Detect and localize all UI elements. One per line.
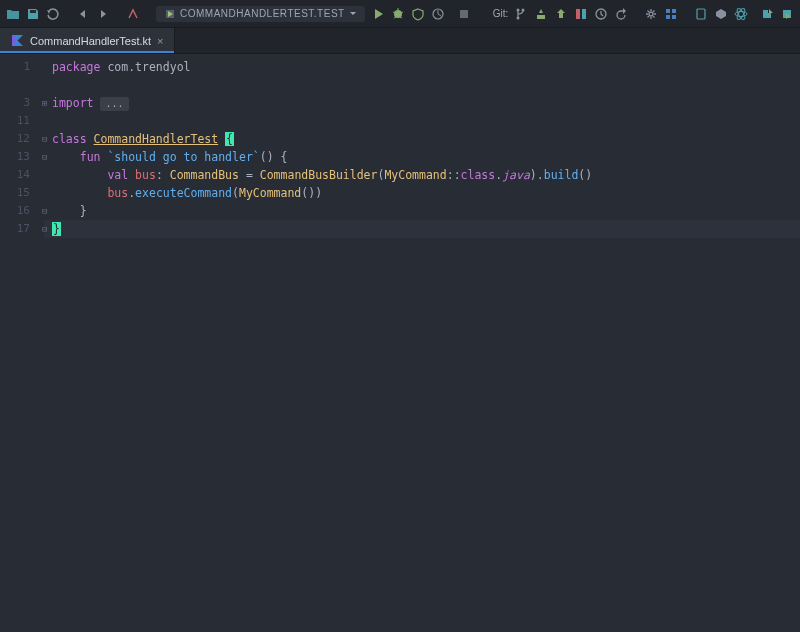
coverage-icon[interactable] <box>411 6 425 22</box>
line-number: 12 <box>0 130 44 148</box>
line-number: 11 <box>0 112 44 130</box>
line-number: 1 <box>0 58 44 76</box>
svg-rect-0 <box>30 10 36 13</box>
code-line: ⊞import ... <box>44 94 800 112</box>
git-label: Git: <box>493 8 509 19</box>
svg-rect-11 <box>666 9 670 13</box>
kotlin-file-icon <box>10 34 24 48</box>
tab-label: CommandHandlerTest.kt <box>30 35 151 47</box>
chevron-down-icon <box>349 10 357 18</box>
code-area[interactable]: package com.trendyol ⊞import ... ⊟class … <box>44 54 800 632</box>
git-commit-icon[interactable] <box>534 6 548 22</box>
line-number: 15 <box>0 184 44 202</box>
code-line-current: ⊟} <box>44 220 800 238</box>
undo-icon[interactable] <box>76 6 90 22</box>
line-number: 14 <box>0 166 44 184</box>
svg-point-10 <box>649 12 653 16</box>
svg-point-5 <box>517 16 520 19</box>
svg-rect-15 <box>697 9 705 19</box>
code-line: ⊟ } <box>44 202 800 220</box>
svg-rect-12 <box>672 9 676 13</box>
svg-rect-7 <box>576 9 580 19</box>
export-icon[interactable] <box>760 6 774 22</box>
open-icon[interactable] <box>6 6 20 22</box>
code-editor[interactable]: 1 3 11 12 13 14 15 16 17 package com.tre… <box>0 54 800 632</box>
svg-rect-8 <box>582 9 586 19</box>
settings-icon[interactable] <box>644 6 658 22</box>
code-line: ⊟ fun `should go to handler`() { <box>44 148 800 166</box>
svg-point-16 <box>735 11 747 16</box>
code-line: ⊟class CommandHandlerTest { <box>44 130 800 148</box>
fold-end-icon[interactable]: ⊟ <box>42 207 50 215</box>
profile-icon[interactable] <box>431 6 445 22</box>
git-diff-icon[interactable] <box>574 6 588 22</box>
code-line <box>44 76 800 94</box>
line-gutter: 1 3 11 12 13 14 15 16 17 <box>0 54 44 632</box>
main-toolbar: COMMANDHANDLERTEST.TEST Git: <box>0 0 800 28</box>
svg-rect-3 <box>460 10 468 18</box>
svg-rect-14 <box>672 15 676 19</box>
avd-icon[interactable] <box>694 6 708 22</box>
code-line <box>44 112 800 130</box>
svg-rect-13 <box>666 15 670 19</box>
git-push-icon[interactable] <box>554 6 568 22</box>
git-branch-icon[interactable] <box>514 6 528 22</box>
line-number: 3 <box>0 94 44 112</box>
code-line: bus.executeCommand(MyCommand()) <box>44 184 800 202</box>
svg-point-6 <box>522 8 525 11</box>
svg-point-4 <box>517 8 520 11</box>
code-line: val bus: CommandBus = CommandBusBuilder(… <box>44 166 800 184</box>
debug-icon[interactable] <box>391 6 405 22</box>
save-icon[interactable] <box>26 6 40 22</box>
plugins-icon[interactable] <box>664 6 678 22</box>
git-history-icon[interactable] <box>594 6 608 22</box>
run-config-label: COMMANDHANDLERTEST.TEST <box>180 8 345 19</box>
line-number <box>0 76 44 94</box>
redo-icon[interactable] <box>96 6 110 22</box>
line-number: 13 <box>0 148 44 166</box>
folded-block[interactable]: ... <box>100 97 128 111</box>
tab-commandhandlertest[interactable]: CommandHandlerTest.kt × <box>0 28 175 53</box>
import-icon[interactable] <box>780 6 794 22</box>
stop-icon[interactable] <box>457 6 471 22</box>
line-number: 17 <box>0 220 44 238</box>
build-icon[interactable] <box>126 6 140 22</box>
fold-collapse-icon[interactable]: ⊟ <box>42 153 50 161</box>
fold-collapse-icon[interactable]: ⊟ <box>42 135 50 143</box>
run-icon[interactable] <box>371 6 385 22</box>
editor-tabs: CommandHandlerTest.kt × <box>0 28 800 54</box>
svg-point-1 <box>394 10 402 18</box>
git-rollback-icon[interactable] <box>614 6 628 22</box>
code-line: package com.trendyol <box>44 58 800 76</box>
fold-end-icon[interactable]: ⊟ <box>42 225 50 233</box>
refresh-icon[interactable] <box>46 6 60 22</box>
line-number: 16 <box>0 202 44 220</box>
close-icon[interactable]: × <box>157 35 163 47</box>
atom-icon[interactable] <box>734 6 748 22</box>
sdk-icon[interactable] <box>714 6 728 22</box>
run-configuration-select[interactable]: COMMANDHANDLERTEST.TEST <box>156 6 365 22</box>
fold-expand-icon[interactable]: ⊞ <box>42 99 50 107</box>
